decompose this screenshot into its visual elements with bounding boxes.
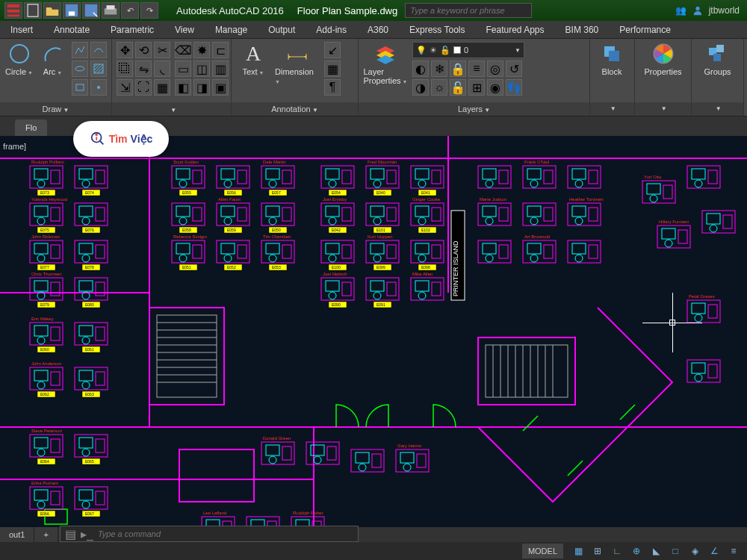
layer-freeze-icon[interactable]: ❄ bbox=[431, 60, 447, 77]
file-tab[interactable]: Flo bbox=[15, 119, 47, 136]
trim-icon[interactable]: ✂ bbox=[154, 42, 170, 58]
offset-icon[interactable]: ⊏ bbox=[212, 42, 229, 58]
tab-a360[interactable]: A360 bbox=[357, 21, 399, 38]
array-icon[interactable]: ▦ bbox=[154, 79, 170, 96]
circle-button[interactable]: Circle bbox=[4, 42, 34, 76]
tool6-icon[interactable]: ▥ bbox=[212, 60, 229, 77]
dimension-button[interactable]: Dimension bbox=[275, 42, 320, 85]
mirror-icon[interactable]: ⇋ bbox=[135, 60, 152, 77]
rectangle-icon[interactable] bbox=[72, 79, 88, 96]
polar-toggle-icon[interactable]: ⊕ bbox=[627, 544, 645, 559]
tab-insert[interactable]: Insert bbox=[0, 21, 43, 38]
tool4-icon[interactable]: ▭ bbox=[175, 60, 191, 77]
panel-groups-title[interactable] bbox=[692, 102, 743, 116]
tab-manage[interactable]: Manage bbox=[205, 21, 258, 38]
text-button[interactable]: A Text bbox=[236, 42, 270, 76]
tab-parametric[interactable]: Parametric bbox=[100, 21, 164, 38]
arc-button[interactable]: Arc bbox=[38, 42, 67, 76]
erase-icon[interactable]: ⌫ bbox=[175, 42, 191, 58]
mtext-icon[interactable]: ¶ bbox=[324, 79, 341, 96]
panel-draw-title[interactable]: Draw bbox=[0, 102, 111, 116]
scale-icon[interactable]: ⛶ bbox=[135, 79, 152, 96]
tab-view[interactable]: View bbox=[164, 21, 205, 38]
layer-prev-icon[interactable]: ↺ bbox=[506, 60, 522, 77]
point-icon[interactable] bbox=[90, 79, 107, 96]
save-icon[interactable] bbox=[63, 2, 81, 19]
tool5-icon[interactable]: ◫ bbox=[193, 60, 210, 77]
tab-performance[interactable]: Performance bbox=[609, 21, 681, 38]
tab-annotate[interactable]: Annotate bbox=[43, 21, 100, 38]
leader-icon[interactable]: ↙ bbox=[324, 42, 341, 58]
command-input[interactable] bbox=[98, 529, 353, 538]
ellipse-icon[interactable] bbox=[72, 60, 88, 77]
svg-text:Lee Lafland: Lee Lafland bbox=[203, 511, 226, 515]
move-icon[interactable]: ✥ bbox=[117, 42, 133, 58]
stretch-icon[interactable]: ⇲ bbox=[117, 79, 133, 96]
otrack-toggle-icon[interactable]: ∠ bbox=[705, 544, 723, 559]
layer-iso-icon[interactable]: ◎ bbox=[487, 60, 503, 77]
tab-addins[interactable]: Add-ins bbox=[306, 21, 357, 38]
command-line[interactable]: ▤ ▸_ bbox=[60, 526, 359, 542]
layer-uniso-icon[interactable]: ◉ bbox=[487, 79, 503, 96]
polyline-icon[interactable] bbox=[72, 42, 88, 58]
layer-state-icon[interactable]: ⊞ bbox=[468, 79, 485, 96]
panel-layers: Layer Properties 💡 ☀ 🔓 0 ◐ ❄ 🔒 ≡ ◎ ↺ bbox=[359, 39, 590, 116]
3dosnap-icon[interactable]: ◈ bbox=[686, 544, 704, 559]
new-icon[interactable] bbox=[24, 2, 42, 19]
drawing-canvas[interactable]: PRINTER ISLAND Rudolph PulliamE073E074Yo… bbox=[0, 136, 747, 527]
spline-icon[interactable] bbox=[90, 42, 107, 58]
explode-icon[interactable]: ✸ bbox=[193, 42, 210, 58]
panel-modify-title[interactable] bbox=[112, 102, 231, 116]
panel-block-title[interactable] bbox=[590, 102, 634, 116]
tool8-icon[interactable]: ◨ bbox=[193, 79, 210, 96]
signin-icon[interactable]: 👥 bbox=[675, 5, 686, 16]
isodraft-icon[interactable]: ◣ bbox=[647, 544, 665, 559]
tool7-icon[interactable]: ◧ bbox=[175, 79, 191, 96]
layout-tab[interactable]: out1 bbox=[0, 527, 34, 542]
fillet-icon[interactable]: ◟ bbox=[154, 60, 170, 77]
layer-walk-icon[interactable]: 👣 bbox=[506, 79, 522, 96]
copy-icon[interactable]: ⿻ bbox=[117, 60, 133, 77]
saveas-icon[interactable] bbox=[82, 2, 100, 19]
search-input[interactable] bbox=[405, 3, 532, 18]
layer-thaw-icon[interactable]: ☼ bbox=[431, 79, 447, 96]
panel-layers-title[interactable]: Layers bbox=[359, 102, 589, 116]
layer-dropdown[interactable]: 💡 ☀ 🔓 0 bbox=[412, 42, 524, 58]
hatch-icon[interactable] bbox=[90, 60, 107, 77]
block-button[interactable]: Block bbox=[595, 42, 629, 76]
tab-output[interactable]: Output bbox=[258, 21, 306, 38]
tab-express[interactable]: Express Tools bbox=[399, 21, 475, 38]
tool9-icon[interactable]: ▣ bbox=[212, 79, 229, 96]
properties-button[interactable]: Properties bbox=[639, 42, 686, 76]
panel-properties-title[interactable] bbox=[635, 102, 691, 116]
grid-toggle-icon[interactable]: ▦ bbox=[569, 544, 587, 559]
osnap-toggle-icon[interactable]: □ bbox=[666, 544, 684, 559]
layer-unlock-icon[interactable]: 🔓 bbox=[450, 79, 466, 96]
command-history-icon[interactable]: ▤ bbox=[65, 527, 76, 541]
layer-on-icon[interactable]: ◑ bbox=[412, 79, 429, 96]
lineweight-icon[interactable]: ≡ bbox=[725, 544, 743, 559]
snap-toggle-icon[interactable]: ⊞ bbox=[589, 544, 607, 559]
plot-icon[interactable] bbox=[102, 2, 120, 19]
add-layout-button[interactable]: + bbox=[34, 527, 58, 542]
panel-annotation-title[interactable]: Annotation bbox=[232, 102, 358, 116]
table-icon[interactable]: ▦ bbox=[324, 60, 341, 77]
tab-bim360[interactable]: BIM 360 bbox=[555, 21, 610, 38]
layer-lock-icon[interactable]: 🔒 bbox=[450, 60, 466, 77]
ortho-toggle-icon[interactable]: ∟ bbox=[608, 544, 626, 559]
layer-properties-button[interactable]: Layer Properties bbox=[363, 42, 408, 85]
model-button[interactable]: MODEL bbox=[522, 544, 563, 559]
groups-button[interactable]: Groups bbox=[696, 42, 739, 76]
open-icon[interactable] bbox=[43, 2, 61, 19]
svg-text:E051: E051 bbox=[182, 265, 191, 270]
redo-icon[interactable]: ↷ bbox=[140, 2, 158, 19]
username[interactable]: jtbworld bbox=[709, 5, 740, 16]
infocenter-search[interactable] bbox=[405, 3, 532, 18]
layer-off-icon[interactable]: ◐ bbox=[412, 60, 429, 77]
app-menu-button[interactable] bbox=[4, 2, 22, 19]
svg-text:E059: E059 bbox=[227, 228, 236, 232]
rotate-icon[interactable]: ⟲ bbox=[135, 42, 152, 58]
layer-match-icon[interactable]: ≡ bbox=[468, 60, 485, 77]
tab-featured[interactable]: Featured Apps bbox=[475, 21, 554, 38]
undo-icon[interactable]: ↶ bbox=[121, 2, 139, 19]
